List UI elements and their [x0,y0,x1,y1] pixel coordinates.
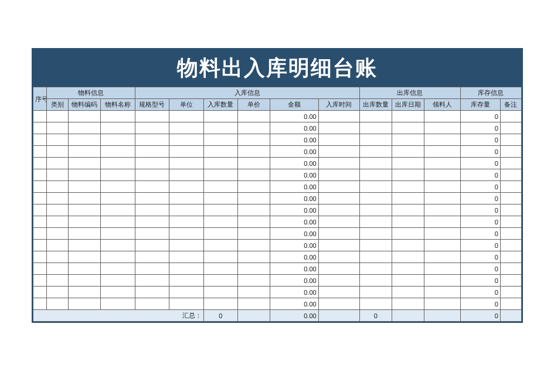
cell-remark[interactable] [500,193,521,204]
cell-out_date[interactable] [392,146,424,158]
cell-code[interactable] [68,169,100,181]
cell-category[interactable] [47,298,68,310]
cell-remark[interactable] [500,181,521,193]
cell-receiver[interactable] [424,193,461,204]
cell-out_qty[interactable] [359,146,392,158]
cell-in_time[interactable] [318,298,359,310]
cell-unit[interactable] [169,251,204,263]
cell-price[interactable] [237,146,270,158]
cell-seq[interactable] [33,251,47,263]
cell-seq[interactable] [33,158,47,169]
cell-in_time[interactable] [318,240,359,251]
cell-code[interactable] [68,240,100,251]
cell-category[interactable] [47,158,68,169]
cell-receiver[interactable] [424,216,461,228]
cell-in_time[interactable] [318,181,359,193]
cell-remark[interactable] [500,263,521,275]
cell-code[interactable] [68,122,100,134]
cell-amount[interactable]: 0.00 [270,251,318,263]
cell-name[interactable] [100,263,135,275]
cell-unit[interactable] [169,216,204,228]
cell-out_qty[interactable] [359,158,392,169]
cell-out_date[interactable] [392,263,424,275]
cell-price[interactable] [237,263,270,275]
cell-stock[interactable]: 0 [460,169,500,181]
cell-spec[interactable] [135,193,169,204]
cell-price[interactable] [237,193,270,204]
cell-category[interactable] [47,146,68,158]
cell-stock[interactable]: 0 [460,134,500,146]
cell-code[interactable] [68,146,100,158]
cell-category[interactable] [47,228,68,240]
cell-spec[interactable] [135,181,169,193]
cell-price[interactable] [237,240,270,251]
cell-receiver[interactable] [424,287,461,298]
cell-out_date[interactable] [392,169,424,181]
cell-spec[interactable] [135,287,169,298]
cell-spec[interactable] [135,298,169,310]
cell-stock[interactable]: 0 [460,122,500,134]
cell-out_date[interactable] [392,216,424,228]
cell-unit[interactable] [169,122,204,134]
cell-remark[interactable] [500,169,521,181]
cell-in_time[interactable] [318,193,359,204]
cell-out_qty[interactable] [359,240,392,251]
cell-price[interactable] [237,228,270,240]
cell-stock[interactable]: 0 [460,298,500,310]
cell-price[interactable] [237,298,270,310]
cell-amount[interactable]: 0.00 [270,228,318,240]
cell-seq[interactable] [33,263,47,275]
cell-receiver[interactable] [424,275,461,287]
cell-stock[interactable]: 0 [460,251,500,263]
cell-stock[interactable]: 0 [460,216,500,228]
cell-stock[interactable]: 0 [460,158,500,169]
cell-seq[interactable] [33,111,47,122]
cell-out_qty[interactable] [359,216,392,228]
cell-name[interactable] [100,193,135,204]
cell-out_qty[interactable] [359,298,392,310]
cell-in_qty[interactable] [204,181,237,193]
cell-amount[interactable]: 0.00 [270,158,318,169]
cell-receiver[interactable] [424,111,461,122]
cell-out_date[interactable] [392,122,424,134]
cell-in_qty[interactable] [204,287,237,298]
cell-price[interactable] [237,158,270,169]
cell-in_time[interactable] [318,134,359,146]
cell-in_time[interactable] [318,275,359,287]
cell-spec[interactable] [135,158,169,169]
cell-spec[interactable] [135,111,169,122]
cell-in_qty[interactable] [204,169,237,181]
cell-remark[interactable] [500,204,521,216]
cell-name[interactable] [100,158,135,169]
cell-category[interactable] [47,204,68,216]
cell-seq[interactable] [33,275,47,287]
cell-stock[interactable]: 0 [460,181,500,193]
cell-unit[interactable] [169,181,204,193]
cell-amount[interactable]: 0.00 [270,240,318,251]
cell-in_qty[interactable] [204,263,237,275]
cell-seq[interactable] [33,287,47,298]
cell-seq[interactable] [33,146,47,158]
cell-category[interactable] [47,181,68,193]
cell-name[interactable] [100,111,135,122]
cell-in_time[interactable] [318,169,359,181]
cell-remark[interactable] [500,158,521,169]
cell-seq[interactable] [33,122,47,134]
cell-name[interactable] [100,216,135,228]
cell-code[interactable] [68,111,100,122]
cell-unit[interactable] [169,146,204,158]
cell-price[interactable] [237,251,270,263]
cell-amount[interactable]: 0.00 [270,111,318,122]
cell-amount[interactable]: 0.00 [270,146,318,158]
cell-seq[interactable] [33,193,47,204]
cell-unit[interactable] [169,287,204,298]
cell-in_qty[interactable] [204,298,237,310]
cell-name[interactable] [100,181,135,193]
cell-receiver[interactable] [424,169,461,181]
cell-seq[interactable] [33,240,47,251]
cell-spec[interactable] [135,134,169,146]
cell-out_qty[interactable] [359,228,392,240]
cell-unit[interactable] [169,298,204,310]
cell-out_date[interactable] [392,134,424,146]
cell-spec[interactable] [135,169,169,181]
